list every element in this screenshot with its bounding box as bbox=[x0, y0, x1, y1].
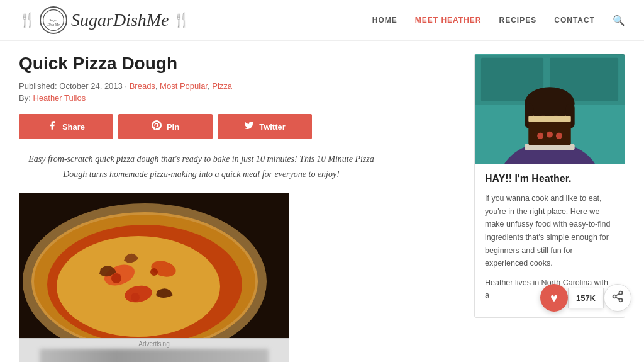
sidebar-greeting: HAY!! I'm Heather. bbox=[485, 173, 614, 184]
svg-point-29 bbox=[547, 132, 553, 138]
author-line: By: Heather Tullos bbox=[19, 93, 455, 103]
fork-icon: 🍴 bbox=[19, 12, 36, 28]
logo-circle: Sugar Dish Me bbox=[40, 6, 67, 34]
site-header: 🍴 Sugar Dish Me SugarDishMe 🍴 HOME MEET … bbox=[0, 0, 644, 41]
twitter-share-button[interactable]: Twitter bbox=[218, 114, 312, 139]
logo-text: SugarDishMe bbox=[71, 10, 169, 30]
heart-icon: ♥ bbox=[550, 291, 558, 305]
intro-text: Easy from-scratch quick pizza dough that… bbox=[19, 152, 384, 182]
by-label: By: bbox=[19, 93, 31, 103]
published-date: October 24, 2013 bbox=[59, 81, 122, 91]
nav-recipes[interactable]: RECIPES bbox=[499, 16, 537, 25]
main-nav: HOME MEET HEATHER RECIPES CONTACT 🔍 bbox=[372, 14, 625, 26]
pizza-visual-bg bbox=[19, 193, 289, 338]
svg-point-30 bbox=[556, 133, 562, 139]
meta-separator: · bbox=[125, 81, 129, 91]
svg-point-12 bbox=[150, 268, 158, 276]
svg-point-31 bbox=[619, 291, 623, 294]
sidebar: HAY!! I'm Heather. If you wanna cook and… bbox=[474, 54, 625, 362]
share-buttons: Share Pin Twitter bbox=[19, 114, 455, 139]
svg-point-32 bbox=[613, 295, 616, 298]
pinterest-share-label: Pin bbox=[167, 122, 179, 132]
search-icon[interactable]: 🔍 bbox=[613, 14, 625, 26]
facebook-icon bbox=[47, 120, 57, 133]
svg-line-35 bbox=[616, 293, 619, 295]
floating-actions: ♥ 157K bbox=[540, 284, 631, 312]
pizza-image bbox=[19, 193, 289, 338]
twitter-share-label: Twitter bbox=[259, 122, 286, 132]
pinterest-share-button[interactable]: Pin bbox=[118, 114, 213, 139]
heart-button[interactable]: ♥ bbox=[540, 284, 568, 312]
follower-count: 157K bbox=[568, 288, 604, 308]
main-layout: Quick Pizza Dough Published: October 24,… bbox=[0, 41, 644, 362]
facebook-share-label: Share bbox=[62, 122, 85, 132]
nav-home[interactable]: HOME bbox=[372, 16, 397, 25]
sidebar-bio-1: If you wanna cook and like to eat, you'r… bbox=[485, 192, 614, 270]
svg-point-28 bbox=[537, 133, 543, 139]
logo[interactable]: 🍴 Sugar Dish Me SugarDishMe 🍴 bbox=[19, 6, 190, 34]
pinterest-icon bbox=[152, 120, 162, 133]
svg-rect-27 bbox=[528, 116, 570, 122]
nav-meet-heather[interactable]: MEET HEATHER bbox=[415, 16, 482, 25]
facebook-share-button[interactable]: Share bbox=[19, 114, 113, 139]
sidebar-card: HAY!! I'm Heather. If you wanna cook and… bbox=[474, 54, 625, 318]
category-breads[interactable]: Breads bbox=[130, 81, 155, 91]
ad-banner: Advertising bbox=[19, 338, 289, 362]
svg-text:Dish Me: Dish Me bbox=[47, 23, 60, 26]
knife-icon: 🍴 bbox=[173, 12, 190, 28]
svg-text:Sugar: Sugar bbox=[49, 18, 58, 22]
category-pizza[interactable]: Pizza bbox=[212, 81, 232, 91]
category-most-popular[interactable]: Most Popular bbox=[160, 81, 208, 91]
svg-point-13 bbox=[131, 293, 140, 302]
author-link[interactable]: Heather Tullos bbox=[33, 93, 86, 103]
ad-label: Advertising bbox=[138, 341, 169, 348]
published-meta: Published: October 24, 2013 · Breads, Mo… bbox=[19, 81, 455, 91]
twitter-icon bbox=[244, 120, 254, 133]
svg-point-33 bbox=[619, 298, 623, 302]
profile-image bbox=[475, 54, 625, 164]
article: Quick Pizza Dough Published: October 24,… bbox=[19, 54, 455, 362]
published-label: Published: bbox=[19, 81, 57, 91]
nav-contact[interactable]: CONTACT bbox=[554, 16, 595, 25]
article-title: Quick Pizza Dough bbox=[19, 54, 455, 74]
ad-content bbox=[40, 349, 269, 362]
share-round-button[interactable] bbox=[604, 284, 631, 312]
svg-point-11 bbox=[111, 273, 121, 283]
share-icon bbox=[611, 290, 624, 306]
svg-line-34 bbox=[616, 297, 619, 299]
